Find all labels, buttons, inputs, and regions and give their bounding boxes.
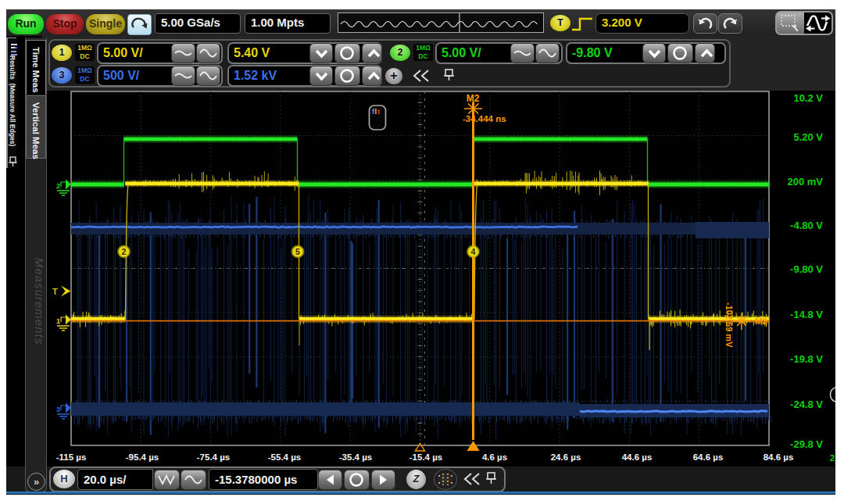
svg-text:4: 4 [471, 247, 476, 256]
svg-text:T: T [52, 287, 58, 296]
svg-text:-75.4 µs: -75.4 µs [197, 452, 230, 462]
svg-text:-102.69 mV: -102.69 mV [724, 302, 734, 348]
svg-text:-35.4 µs: -35.4 µs [339, 452, 372, 462]
svg-text:M2: M2 [755, 316, 767, 326]
svg-text:-34.444 ns: -34.444 ns [463, 114, 506, 123]
svg-text:2: 2 [830, 453, 835, 463]
svg-text:2: 2 [122, 247, 127, 256]
svg-text:2: 2 [56, 182, 60, 190]
svg-text:44.6 µs: 44.6 µs [622, 452, 653, 462]
svg-text:-95.4 µs: -95.4 µs [126, 452, 159, 462]
svg-text:84.6 µs: 84.6 µs [764, 452, 794, 462]
svg-text:3: 3 [56, 406, 60, 413]
svg-text:-115 µs: -115 µs [56, 452, 87, 462]
svg-text:-24.8 V: -24.8 V [790, 399, 823, 410]
svg-text:1: 1 [56, 317, 60, 325]
svg-text:24.6 µs: 24.6 µs [551, 452, 581, 462]
svg-text:-55.4 µs: -55.4 µs [268, 452, 301, 462]
svg-text:-9.80 V: -9.80 V [790, 263, 823, 275]
svg-text:-19.8 V: -19.8 V [790, 353, 823, 365]
svg-text:-4.80 V: -4.80 V [790, 220, 823, 231]
svg-text:64.6 µs: 64.6 µs [693, 452, 724, 462]
svg-text:l: l [375, 107, 377, 116]
svg-text:5.20 V: 5.20 V [793, 131, 823, 143]
svg-text:4.6 µs: 4.6 µs [482, 452, 507, 462]
svg-text:-14.8 V: -14.8 V [790, 309, 823, 320]
svg-text:-29.8 V: -29.8 V [790, 438, 823, 450]
svg-text:5: 5 [295, 247, 300, 256]
svg-text:-15.4 µs: -15.4 µs [409, 452, 442, 462]
svg-text:200 mV: 200 mV [787, 176, 823, 188]
svg-text:10.2 V: 10.2 V [793, 92, 823, 104]
